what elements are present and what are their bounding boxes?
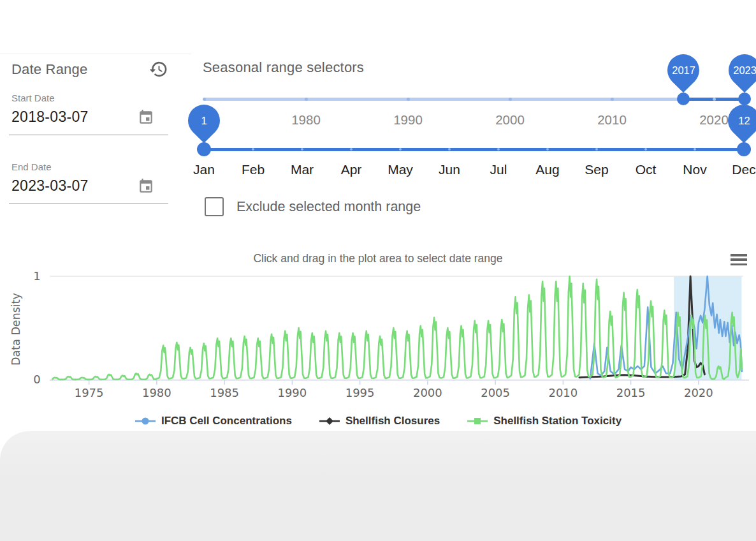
exclude-month-row: Exclude selected month range bbox=[205, 197, 421, 216]
end-date-underline bbox=[9, 204, 168, 204]
legend-item-ifcb-cell-concentrations[interactable]: IFCB Cell Concentrations bbox=[134, 415, 292, 427]
year-tick-label: 2010 bbox=[583, 112, 641, 128]
x-axis-label: 2000 bbox=[413, 386, 442, 399]
year-slider-tick-dot bbox=[203, 98, 206, 101]
year-slider-track[interactable] bbox=[204, 98, 745, 101]
legend-label: IFCB Cell Concentrations bbox=[161, 415, 292, 427]
month-slider-handle-end[interactable] bbox=[737, 142, 751, 156]
x-axis-label: 2020 bbox=[684, 386, 713, 399]
year-end-bubble-value: 2023 bbox=[733, 64, 756, 77]
month-slider-handle-start[interactable] bbox=[197, 142, 211, 156]
month-end-bubble-value: 12 bbox=[738, 115, 750, 127]
history-icon-glyph bbox=[149, 59, 168, 79]
x-axis-label: 1995 bbox=[345, 386, 375, 399]
chart-legend: IFCB Cell ConcentrationsShellfish Closur… bbox=[0, 415, 756, 427]
calendar-icon[interactable] bbox=[138, 109, 154, 126]
year-slider-handle-end[interactable] bbox=[738, 93, 751, 105]
history-icon[interactable] bbox=[149, 59, 168, 79]
x-axis-label: 2010 bbox=[548, 386, 578, 399]
x-axis-label: 1980 bbox=[142, 386, 171, 399]
legend-item-shellfish-station-toxicity[interactable]: Shellfish Station Toxicity bbox=[467, 415, 622, 427]
year-slider-tick-dot bbox=[509, 98, 512, 101]
year-end-bubble[interactable]: 2023 bbox=[722, 48, 756, 93]
x-axis-label: 2005 bbox=[481, 386, 510, 399]
series-shellfish-station-toxicity bbox=[52, 276, 742, 380]
card-top-divider bbox=[0, 54, 191, 54]
year-slider-tick-dot bbox=[407, 98, 410, 101]
legend-label: Shellfish Station Toxicity bbox=[493, 415, 622, 427]
square-legend-marker-icon bbox=[467, 417, 488, 426]
end-date-input[interactable]: 2023-03-07 bbox=[11, 177, 154, 195]
month-start-bubble[interactable]: 1 bbox=[182, 98, 227, 144]
year-start-bubble[interactable]: 2017 bbox=[661, 48, 706, 93]
year-tick-label: 1980 bbox=[277, 112, 335, 128]
diamond-legend-marker-icon bbox=[319, 417, 340, 426]
y-axis-label: 0 bbox=[33, 373, 40, 386]
x-axis-label: 1990 bbox=[277, 386, 307, 399]
circle-legend-marker-icon bbox=[134, 417, 156, 426]
legend-item-shellfish-closures[interactable]: Shellfish Closures bbox=[319, 415, 440, 427]
year-start-bubble-value: 2017 bbox=[672, 64, 695, 77]
exclude-month-label: Exclude selected month range bbox=[236, 199, 421, 215]
x-axis-label: 1975 bbox=[75, 386, 104, 399]
legend-label: Shellfish Closures bbox=[345, 415, 440, 427]
year-slider-tick-dot bbox=[713, 98, 716, 101]
app-root: Date Range Start Date 2018-03-07 End Dat… bbox=[0, 0, 756, 541]
start-date-underline bbox=[9, 135, 168, 135]
end-date-value[interactable]: 2023-03-07 bbox=[11, 177, 89, 195]
date-range-title: Date Range bbox=[11, 61, 87, 78]
x-axis-label: 1985 bbox=[210, 386, 239, 399]
month-start-bubble-value: 1 bbox=[201, 115, 207, 127]
start-date-input[interactable]: 2018-03-07 bbox=[11, 108, 154, 126]
month-slider-track[interactable] bbox=[204, 148, 744, 151]
chart-plot-area[interactable]: 1975198019851990199520002005201020152020… bbox=[0, 249, 756, 416]
year-slider-tick-dot bbox=[611, 98, 614, 101]
bottom-panel bbox=[0, 431, 756, 541]
month-tick-label-dec: Dec bbox=[715, 162, 756, 177]
year-slider-tick-dot bbox=[305, 98, 308, 101]
start-date-label: Start Date bbox=[11, 93, 55, 103]
calendar-icon[interactable] bbox=[138, 178, 154, 195]
exclude-month-checkbox[interactable] bbox=[205, 197, 224, 216]
year-slider-handle-start[interactable] bbox=[677, 93, 690, 105]
seasonal-selectors-title: Seasonal range selectors bbox=[203, 59, 364, 76]
start-date-value[interactable]: 2018-03-07 bbox=[11, 108, 89, 126]
year-tick-label: 2000 bbox=[481, 112, 539, 128]
year-tick-label: 1990 bbox=[379, 112, 437, 128]
y-axis-label: 1 bbox=[33, 269, 40, 283]
x-axis-label: 2015 bbox=[616, 386, 646, 399]
end-date-label: End Date bbox=[11, 161, 52, 172]
